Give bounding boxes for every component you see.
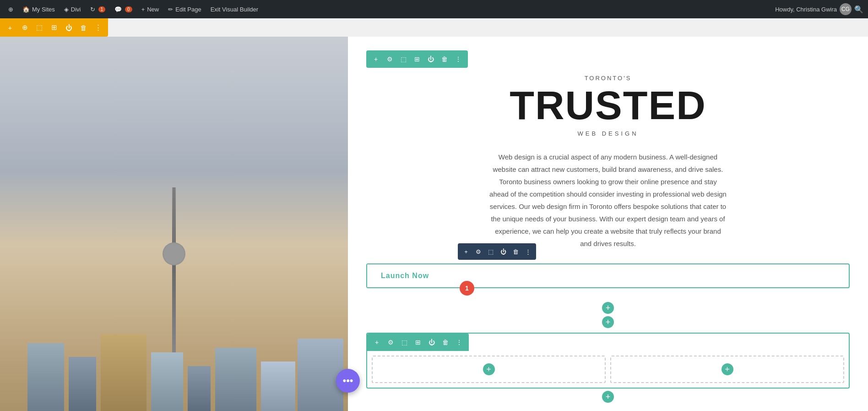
comments-menu[interactable]: 💬 0 <box>111 0 136 18</box>
builder-grid-btn[interactable]: ⊞ <box>48 21 60 34</box>
wp-icon: ⊕ <box>8 6 13 13</box>
toronto-label: TORONTO'S <box>366 75 850 82</box>
mod1-add-btn[interactable]: + <box>370 53 382 65</box>
inline-settings-btn[interactable]: ⚙ <box>473 246 484 257</box>
greeting-text: Howdy, Christina Gwira <box>775 6 837 13</box>
builder-more-btn[interactable]: ⋮ <box>92 21 104 34</box>
web-design-label: WEB DESIGN <box>366 130 850 137</box>
builder-disable-btn[interactable]: ⏻ <box>62 21 75 34</box>
mod1-disable-btn[interactable]: ⏻ <box>425 53 437 65</box>
col2-add-btn[interactable]: + <box>722 363 733 375</box>
comments-count: 0 <box>125 6 132 12</box>
admin-bar: ⊕ 🏠 My Sites ◈ Divi ↻ 1 💬 0 + New ✏ Edit… <box>0 0 868 18</box>
row-delete-btn[interactable]: 🗑 <box>439 336 451 348</box>
builder-toolbar: + ⊕ ⬚ ⊞ ⏻ 🗑 ⋮ <box>0 18 108 37</box>
column-2: + <box>610 356 844 383</box>
inline-add-btn[interactable]: + <box>461 246 472 257</box>
building-3 <box>101 334 146 411</box>
building-2 <box>69 357 96 411</box>
content-panel: + ⚙ ⬚ ⊞ ⏻ 🗑 ⋮ TORONTO'S TRUSTED WEB DESI… <box>348 37 868 411</box>
avatar[interactable]: CG <box>840 3 852 15</box>
row-copy-btn[interactable]: ⬚ <box>398 336 410 348</box>
exit-builder-btn[interactable]: Exit Visual Builder <box>207 0 262 18</box>
col1-add-btn[interactable]: + <box>483 363 495 375</box>
admin-right: Howdy, Christina Gwira CG 🔍 <box>775 3 863 15</box>
mod1-more-btn[interactable]: ⋮ <box>452 53 464 65</box>
inline-copy-btn[interactable]: ⬚ <box>485 246 496 257</box>
updates-count: 1 <box>98 6 106 12</box>
mod1-grid-btn[interactable]: ⊞ <box>411 53 423 65</box>
row-grid-btn[interactable]: ⊞ <box>412 336 424 348</box>
building-5 <box>188 366 211 411</box>
launch-now-btn[interactable]: Launch Now <box>367 264 443 287</box>
buildings <box>0 325 348 411</box>
building-7 <box>261 362 295 411</box>
main-content: + ⚙ ⬚ ⊞ ⏻ 🗑 ⋮ TORONTO'S TRUSTED WEB DESI… <box>0 37 868 411</box>
building-4 <box>151 352 183 411</box>
notification-badge: 1 <box>460 281 474 296</box>
updates-menu[interactable]: ↻ 1 <box>87 0 109 18</box>
building-8 <box>298 339 343 411</box>
divi-menu[interactable]: ◈ Divi <box>60 0 85 18</box>
add-row-middle-btn[interactable]: + <box>602 316 614 328</box>
button-row: Launch Now <box>366 263 850 288</box>
body-text: Web design is a crucial aspect of any mo… <box>489 151 727 250</box>
building-1 <box>27 343 64 411</box>
row-more-btn[interactable]: ⋮ <box>453 336 465 348</box>
wp-logo[interactable]: ⊕ <box>5 0 17 18</box>
row-settings-btn[interactable]: ⚙ <box>385 336 396 348</box>
module-toolbar-1: + ⚙ ⬚ ⊞ ⏻ 🗑 ⋮ <box>366 50 468 68</box>
building-6 <box>215 348 256 411</box>
builder-add-btn[interactable]: + <box>4 21 16 34</box>
row-toolbar: + ⚙ ⬚ ⊞ ⏻ 🗑 ⋮ <box>367 334 469 351</box>
add-row-below-btn[interactable]: + <box>602 391 614 403</box>
row-inner: + + <box>367 351 849 388</box>
divi-icon: ◈ <box>64 6 69 13</box>
button-right-area <box>443 264 849 287</box>
builder-delete-btn[interactable]: 🗑 <box>77 21 90 34</box>
mod1-settings-btn[interactable]: ⚙ <box>384 53 396 65</box>
builder-move-btn[interactable]: ⊕ <box>18 21 31 34</box>
plus-icon: + <box>141 6 145 13</box>
mod1-delete-btn[interactable]: 🗑 <box>439 53 450 65</box>
inline-toolbar: + ⚙ ⬚ ⏻ 🗑 ⋮ <box>458 243 536 260</box>
row-add-btn[interactable]: + <box>371 336 383 348</box>
trusted-heading: TRUSTED <box>366 85 850 126</box>
updates-icon: ↻ <box>90 6 95 13</box>
mod1-copy-btn[interactable]: ⬚ <box>397 53 409 65</box>
column-1: + <box>372 356 606 383</box>
inline-delete-btn[interactable]: 🗑 <box>510 246 521 257</box>
add-row-above-btn[interactable]: + <box>602 302 614 314</box>
fab-button[interactable]: ••• <box>336 369 360 393</box>
house-icon: 🏠 <box>22 6 30 13</box>
new-menu[interactable]: + New <box>138 0 163 18</box>
row-section: + ⚙ ⬚ ⊞ ⏻ 🗑 ⋮ + + <box>366 333 850 389</box>
my-sites-menu[interactable]: 🏠 My Sites <box>19 0 59 18</box>
inline-more-btn[interactable]: ⋮ <box>522 246 533 257</box>
search-icon[interactable]: 🔍 <box>854 5 863 14</box>
row-disable-btn[interactable]: ⏻ <box>426 336 438 348</box>
edit-icon: ✏ <box>168 6 173 13</box>
inline-disable-btn[interactable]: ⏻ <box>498 246 509 257</box>
edit-page-btn[interactable]: ✏ Edit Page <box>164 0 205 18</box>
builder-copy-btn[interactable]: ⬚ <box>33 21 46 34</box>
comments-icon: 💬 <box>114 6 122 13</box>
image-panel <box>0 37 348 411</box>
